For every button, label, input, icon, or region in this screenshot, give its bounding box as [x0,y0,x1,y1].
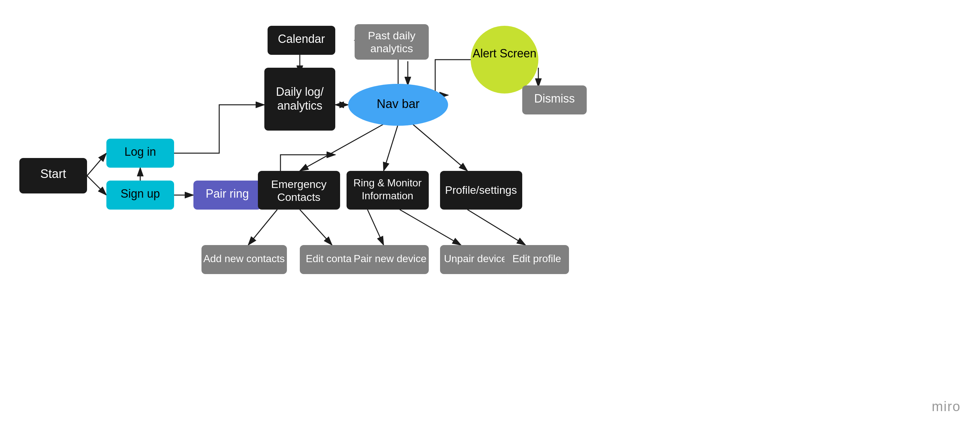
navbar-label: Nav bar [377,97,419,111]
signup-label: Sign up [121,187,160,200]
emergency-label1: Emergency [271,178,326,190]
pairring-label: Pair ring [206,187,249,200]
arrow-profile-editprofile [468,210,525,245]
arrow-emergency-editcontacts [300,210,332,245]
pastdaily-label2: analytics [371,42,413,54]
login-label: Log in [124,145,156,158]
pairdevice-label: Pair new device [354,253,426,265]
arrow-navbar-emergency [300,124,383,171]
editprofile-label: Edit profile [512,253,561,265]
arrow-ring-pairdevice [368,210,383,245]
arrow-alert-navbar [435,60,471,95]
miro-watermark: miro [932,399,961,414]
ringmonitor-label2: Information [362,190,413,201]
ringmonitor-label1: Ring & Monitor [353,177,422,189]
arrow-navbar-ringmonitor [383,124,398,171]
start-label: Start [40,167,67,180]
emergency-label2: Contacts [277,191,320,203]
flow-diagram: Start Log in Sign up Pair ring Calendar … [0,0,980,424]
dismiss-label: Dismiss [534,92,575,105]
arrow-login-dailylog [174,105,264,153]
addcontacts-label: Add new contacts [204,253,285,265]
unpairdevice-label: Unpair device [444,253,507,265]
pastdaily-label1: Past daily [368,29,415,41]
alertscreen-label1: Alert Screen [473,47,536,60]
emergency-node [258,171,340,210]
arrow-navbar-profile [413,124,468,171]
arrow-start-login [87,153,107,176]
arrow-ring-unpairdevice [400,210,461,245]
dailylog-label2: analytics [277,99,322,112]
arrow-start-signup [87,176,107,195]
profile-label: Profile/settings [445,184,517,196]
dailylog-label1: Daily log/ [276,85,324,98]
calendar-label: Calendar [278,32,325,45]
arrow-emergency-addcontacts [248,210,277,245]
